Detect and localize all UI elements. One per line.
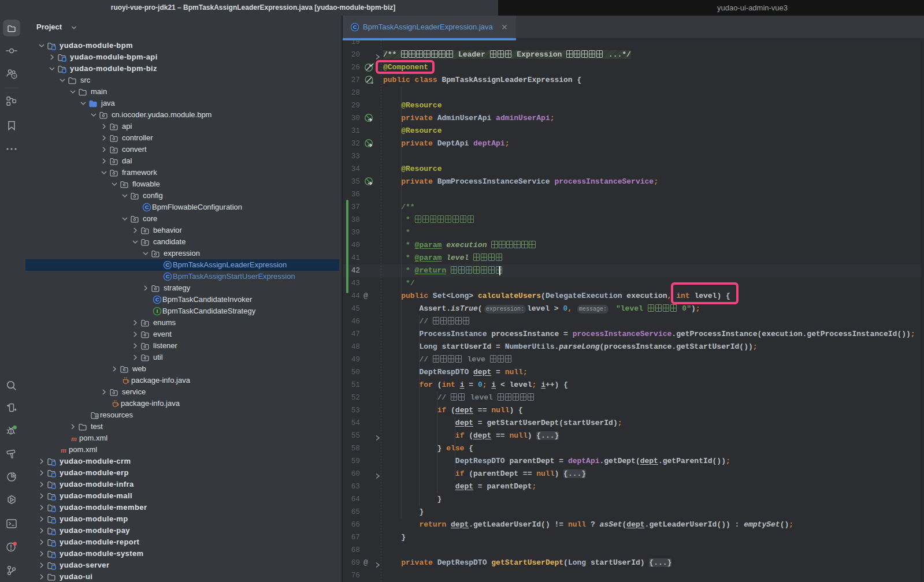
svg-text:m: m bbox=[71, 434, 77, 443]
svg-text:C: C bbox=[353, 24, 357, 30]
svg-text:C: C bbox=[155, 296, 159, 303]
svg-text:I: I bbox=[157, 308, 158, 314]
svg-text:C: C bbox=[166, 262, 170, 268]
svg-text:C: C bbox=[166, 273, 170, 279]
svg-text:C: C bbox=[145, 204, 149, 210]
svg-text:m: m bbox=[61, 446, 66, 454]
svg-text:?: ? bbox=[13, 74, 16, 79]
